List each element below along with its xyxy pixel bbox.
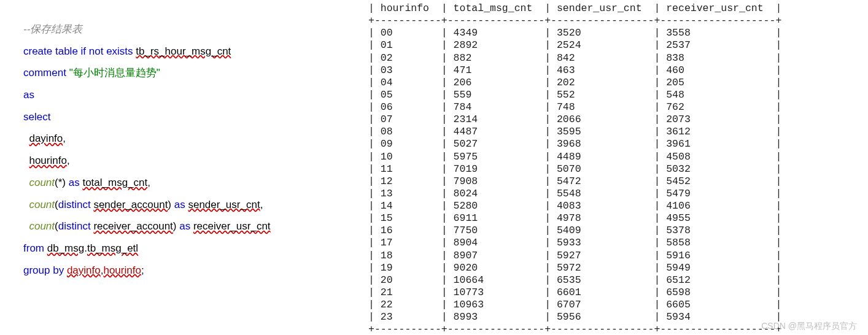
kw-from: from — [23, 242, 47, 254]
kw-comment: comment — [23, 67, 66, 79]
alias-total: total_msg_cnt — [82, 177, 147, 188]
kw-select: select — [23, 111, 50, 123]
kw-create: create table if not exists — [23, 45, 133, 57]
kw-as: as — [23, 89, 34, 101]
col-sender-account: sender_account — [93, 199, 168, 210]
col-receiver-account: receiver_account — [93, 220, 172, 232]
table-name: tb_rs_hour_msg_cnt — [136, 45, 231, 57]
query-result-block: | hourinfo | total_msg_cnt | sender_usr_… — [368, 0, 868, 335]
sql-comment: --保存结果表 — [23, 23, 82, 35]
comment-string: "每小时消息量趋势" — [69, 67, 160, 79]
alias-sender: sender_usr_cnt — [188, 199, 260, 210]
fn-count: count — [29, 199, 55, 210]
sql-code-block: --保存结果表 create table if not exists tb_rs… — [0, 0, 368, 335]
watermark-text: CSDN @黑马程序员官方 — [761, 321, 857, 331]
col-hourinfo: hourinfo — [29, 155, 66, 166]
kw-groupby: group by — [23, 264, 67, 276]
gb-col2: hourinfo — [103, 264, 141, 276]
fn-count: count — [29, 177, 55, 188]
schema-name: db_msg — [47, 242, 84, 254]
source-table: tb_msg_etl — [87, 242, 138, 254]
gb-col1: dayinfo — [67, 264, 101, 276]
alias-receiver: receiver_usr_cnt — [193, 220, 271, 232]
fn-count: count — [29, 220, 55, 232]
result-table: | hourinfo | total_msg_cnt | sender_usr_… — [368, 2, 868, 335]
col-dayinfo: dayinfo — [29, 133, 63, 144]
